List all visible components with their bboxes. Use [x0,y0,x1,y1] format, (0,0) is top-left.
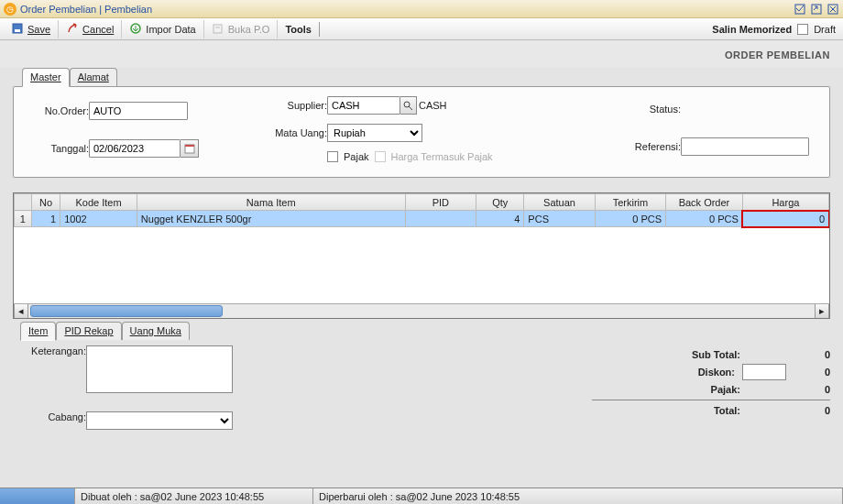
tab-pidrekap[interactable]: PID Rekap [56,322,121,340]
minimize-icon[interactable] [794,3,806,16]
cancel-button[interactable]: Cancel [59,20,122,38]
import-label: Impor Data [146,24,195,35]
keterangan-label: Keterangan: [13,345,86,393]
col-harga[interactable]: Harga [742,194,828,211]
col-satuan[interactable]: Satuan [524,194,595,211]
referensi-label: Referensi: [617,141,681,152]
scroll-thumb[interactable] [30,305,223,317]
cell-nama[interactable]: Nugget KENZLER 500gr [137,211,405,227]
pajak-label: Pajak [344,151,369,162]
scroll-track[interactable] [28,304,815,318]
pajak-total-value: 0 [748,384,830,395]
tab-master[interactable]: Master [22,68,70,87]
tools-button[interactable]: Tools [278,22,320,37]
salin-memorized-button[interactable]: Salin Memorized [712,24,792,35]
totals: Sub Total: 0 Diskon: 0 Pajak: 0 Total: 0 [592,345,830,430]
status-bar: Dibuat oleh : sa@02 June 2023 10:48:55 D… [0,488,843,504]
bottom-form: Keterangan: Cabang: Sub Total: 0 Diskon:… [0,340,843,430]
tabs-bottom: Item PID Rekap Uang Muka [13,322,830,340]
grid-hscroll[interactable]: ◂ ▸ [14,303,829,318]
maximize-icon[interactable] [810,3,823,16]
scroll-left-icon[interactable]: ◂ [14,304,28,318]
cell-kode[interactable]: 1002 [60,211,137,227]
cell-pid[interactable] [405,211,476,227]
save-button[interactable]: Save [4,20,59,38]
tab-uangmuka[interactable]: Uang Muka [122,322,190,340]
col-pid[interactable]: PID [405,194,476,211]
draft-checkbox[interactable] [797,24,808,35]
import-button[interactable]: Impor Data [122,20,203,38]
diskon-input[interactable] [742,364,786,380]
cell-satuan[interactable]: PCS [524,211,595,227]
page-title: ORDER PEMBELIAN [0,40,843,68]
col-qty[interactable]: Qty [476,194,524,211]
subtotal-label: Sub Total: [649,349,740,360]
close-icon[interactable] [827,3,839,16]
toolbar: Save Cancel Impor Data Buka P.O Tools Sa… [0,18,843,40]
total-value: 0 [748,405,830,416]
tanggal-label: Tanggal: [25,143,89,154]
supplier-name: CASH [419,100,447,111]
calendar-icon[interactable] [181,139,199,158]
referensi-input[interactable] [681,137,809,156]
tab-pidrekap-label: PID Rekap [64,325,113,336]
cell-terkirim[interactable]: 0 PCS [595,211,665,227]
tab-item[interactable]: Item [20,322,56,341]
cabang-select[interactable] [86,411,233,430]
tools-label: Tools [285,24,312,35]
app-icon: ◷ [4,3,16,16]
tab-item-label: Item [28,325,48,336]
import-icon [129,22,142,37]
tab-alamat-label: Alamat [78,71,109,82]
save-label: Save [27,24,50,35]
noorder-label: No.Order: [25,105,89,116]
bukapo-button: Buka P.O [204,20,279,38]
svg-rect-4 [15,29,20,32]
title-bar: ◷ Order Pembelian | Pembelian [0,0,843,18]
matauang-select[interactable]: Rupiah [327,124,422,142]
pajak-total-label: Pajak: [649,384,740,395]
col-nama[interactable]: Nama Item [137,194,405,211]
keterangan-input[interactable] [86,345,233,393]
cell-backorder[interactable]: 0 PCS [666,211,743,227]
noorder-input[interactable] [89,102,188,120]
tab-alamat[interactable]: Alamat [70,68,117,86]
diskon-label: Diskon: [643,367,735,378]
cell-qty[interactable]: 4 [476,211,524,227]
col-no[interactable]: No [31,194,60,211]
svg-rect-9 [185,145,194,147]
save-icon [11,22,24,37]
window-title: Order Pembelian | Pembelian [20,4,790,15]
cell-harga[interactable]: 0 [742,211,828,227]
bukapo-icon [212,22,224,37]
col-terkirim[interactable]: Terkirim [595,194,665,211]
tab-uangmuka-label: Uang Muka [130,325,181,336]
total-label: Total: [649,405,740,416]
tanggal-input[interactable] [89,139,181,158]
supplier-input[interactable] [327,96,400,115]
cabang-label: Cabang: [13,411,86,430]
hargatermasuk-checkbox [375,151,386,162]
scroll-right-icon[interactable]: ▸ [815,304,829,318]
search-icon[interactable] [400,96,417,115]
cell-no[interactable]: 1 [31,211,60,227]
grid-corner [15,194,32,211]
tabs-top: Master Alamat [13,68,830,86]
status-created: Dibuat oleh : sa@02 June 2023 10:48:55 [75,488,313,504]
status-label: Status: [617,104,681,115]
draft-label: Draft [814,24,836,35]
cancel-icon [66,22,79,37]
diskon-value: 0 [794,367,830,378]
cancel-label: Cancel [82,24,114,35]
row-head[interactable]: 1 [15,211,32,227]
pajak-checkbox[interactable] [327,151,338,162]
supplier-label: Supplier: [263,100,327,111]
table-row[interactable]: 1 1 1002 Nugget KENZLER 500gr 4 PCS 0 PC… [15,211,829,227]
matauang-label: Mata Uang: [263,127,327,138]
bukapo-label: Buka P.O [228,24,270,35]
status-updated: Diperbarui oleh : sa@02 June 2023 10:48:… [313,488,843,504]
col-backorder[interactable]: Back Order [666,194,743,211]
col-kode[interactable]: Kode Item [60,194,137,211]
hargatermasuk-label: Harga Termasuk Pajak [391,151,493,162]
items-grid: No Kode Item Nama Item PID Qty Satuan Te… [13,192,830,319]
